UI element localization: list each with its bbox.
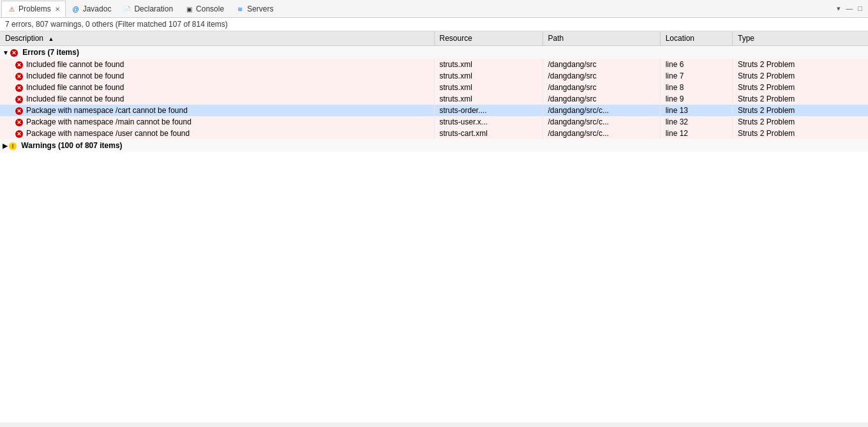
javadoc-icon: @ <box>71 4 80 13</box>
error-description: Package with namespace /user cannot be f… <box>26 129 190 138</box>
col-type-label: Type <box>738 34 754 43</box>
col-resource-label: Resource <box>440 34 472 43</box>
empty-row <box>0 165 868 177</box>
expand-arrow-warnings[interactable]: ▶ <box>3 142 8 149</box>
error-description: Included file cannot be found <box>26 71 124 80</box>
error-resource: struts.xml <box>434 59 542 70</box>
error-resource: struts.xml <box>434 70 542 82</box>
col-type[interactable]: Type <box>732 31 868 46</box>
table-row[interactable]: ✕Package with namespace /main cannot be … <box>0 116 868 128</box>
error-description: Included file cannot be found <box>26 94 124 103</box>
servers-icon: ≋ <box>236 4 244 13</box>
error-icon: ✕ <box>15 61 23 69</box>
error-description: Package with namespace /cart cannot be f… <box>26 106 188 115</box>
error-path: /dangdang/src <box>542 70 660 82</box>
col-description-label: Description <box>5 34 43 43</box>
group-label-errors: Errors (7 items) <box>20 48 79 57</box>
error-path: /dangdang/src <box>542 82 660 93</box>
expand-arrow-errors[interactable]: ▼ <box>3 49 9 56</box>
tab-problems-label: Problems <box>19 4 51 13</box>
tab-problems-close[interactable]: ✕ <box>55 6 60 13</box>
error-type: Struts 2 Problem <box>732 82 868 93</box>
error-description: Package with namespace /main cannot be f… <box>26 117 191 126</box>
error-location: line 7 <box>660 70 732 82</box>
error-location: line 32 <box>660 116 732 128</box>
table-header-row: Description ▲ Resource Path Location Typ… <box>0 31 868 46</box>
problems-icon: ⚠ <box>7 4 16 13</box>
col-location-label: Location <box>666 34 694 43</box>
error-location: line 9 <box>660 93 732 105</box>
error-location: line 8 <box>660 82 732 93</box>
error-type: Struts 2 Problem <box>732 70 868 82</box>
error-type: Struts 2 Problem <box>732 128 868 139</box>
empty-row <box>0 177 868 190</box>
error-resource: struts.xml <box>434 82 542 93</box>
error-path: /dangdang/src <box>542 93 660 105</box>
error-type: Struts 2 Problem <box>732 59 868 70</box>
problems-container[interactable]: Description ▲ Resource Path Location Typ… <box>0 31 868 423</box>
tab-javadoc[interactable]: @ Javadoc <box>66 1 117 17</box>
error-icon: ✕ <box>15 96 23 103</box>
tab-declaration-label: Declaration <box>134 4 173 13</box>
col-path[interactable]: Path <box>542 31 660 46</box>
table-row[interactable]: ✕Included file cannot be foundstruts.xml… <box>0 59 868 70</box>
error-icon: ✕ <box>15 73 23 80</box>
problems-table: Description ▲ Resource Path Location Typ… <box>0 31 868 190</box>
declaration-icon: 📄 <box>123 4 131 13</box>
error-resource: struts-order.... <box>434 105 542 116</box>
group-row-errors[interactable]: ▼✕ Errors (7 items) <box>0 46 868 59</box>
error-location: line 13 <box>660 105 732 116</box>
tab-servers-label: Servers <box>247 4 273 13</box>
error-icon: ✕ <box>15 84 23 92</box>
table-row[interactable]: ✕Package with namespace /cart cannot be … <box>0 105 868 116</box>
group-label-warnings: Warnings (100 of 807 items) <box>19 141 123 150</box>
error-group-icon: ✕ <box>10 49 18 57</box>
tab-servers[interactable]: ≋ Servers <box>230 1 279 17</box>
tab-console-label: Console <box>196 4 224 13</box>
tab-bar: ⚠ Problems ✕ @ Javadoc 📄 Declaration ▣ C… <box>0 0 868 18</box>
tab-controls: ▾ — □ <box>835 4 867 13</box>
minimize-button[interactable]: — <box>844 4 855 13</box>
error-path: /dangdang/src/c... <box>542 128 660 139</box>
table-row[interactable]: ✕Included file cannot be foundstruts.xml… <box>0 82 868 93</box>
table-row[interactable]: ✕Included file cannot be foundstruts.xml… <box>0 93 868 105</box>
dropdown-button[interactable]: ▾ <box>835 4 842 13</box>
col-resource[interactable]: Resource <box>434 31 542 46</box>
error-type: Struts 2 Problem <box>732 105 868 116</box>
error-path: /dangdang/src/c... <box>542 105 660 116</box>
error-icon: ✕ <box>15 107 23 115</box>
group-row-warnings[interactable]: ▶! Warnings (100 of 807 items) <box>0 139 868 152</box>
tab-declaration[interactable]: 📄 Declaration <box>117 1 179 17</box>
error-type: Struts 2 Problem <box>732 93 868 105</box>
error-description: Included file cannot be found <box>26 83 124 92</box>
tab-javadoc-label: Javadoc <box>83 4 112 13</box>
error-path: /dangdang/src <box>542 59 660 70</box>
error-icon: ✕ <box>15 130 23 138</box>
filter-text: 7 errors, 807 warnings, 0 others (Filter… <box>5 20 228 29</box>
table-row[interactable]: ✕Package with namespace /user cannot be … <box>0 128 868 139</box>
tab-problems[interactable]: ⚠ Problems ✕ <box>1 1 66 17</box>
error-description: Included file cannot be found <box>26 60 124 69</box>
error-type: Struts 2 Problem <box>732 116 868 128</box>
error-resource: struts-user.x... <box>434 116 542 128</box>
col-location[interactable]: Location <box>660 31 732 46</box>
col-description[interactable]: Description ▲ <box>0 31 434 46</box>
error-location: line 6 <box>660 59 732 70</box>
sort-arrow-description: ▲ <box>48 36 54 42</box>
table-row[interactable]: ✕Included file cannot be foundstruts.xml… <box>0 70 868 82</box>
console-icon: ▣ <box>184 4 193 13</box>
error-resource: struts-cart.xml <box>434 128 542 139</box>
error-resource: struts.xml <box>434 93 542 105</box>
error-location: line 12 <box>660 128 732 139</box>
error-path: /dangdang/src/c... <box>542 116 660 128</box>
empty-row <box>0 152 868 165</box>
col-path-label: Path <box>548 34 564 43</box>
tab-console[interactable]: ▣ Console <box>179 1 230 17</box>
warning-group-icon: ! <box>9 142 17 150</box>
filter-bar: 7 errors, 807 warnings, 0 others (Filter… <box>0 18 868 31</box>
error-icon: ✕ <box>15 119 23 126</box>
maximize-button[interactable]: □ <box>856 4 864 13</box>
